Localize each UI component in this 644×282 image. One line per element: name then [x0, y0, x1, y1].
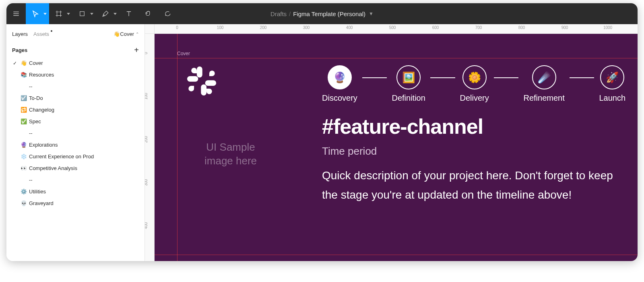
page-item[interactable]: 📚Resources	[6, 69, 144, 81]
ruler-tick: 200	[260, 25, 267, 30]
ruler-tick: 100	[145, 91, 148, 101]
page-item[interactable]: 💀Graveyard	[6, 197, 144, 209]
shape-tool[interactable]	[72, 3, 96, 24]
svg-rect-14	[205, 80, 217, 86]
page-item-label: --	[29, 177, 33, 183]
timeline-stage[interactable]: 🌼Delivery	[460, 65, 489, 103]
timeline-connector	[362, 77, 387, 78]
page-item[interactable]: ⚙️Utilities	[6, 186, 144, 197]
menu-button[interactable]	[6, 3, 26, 24]
page-item-label: Changelog	[29, 107, 54, 113]
stage-circle-icon: 🌼	[462, 65, 487, 89]
chevron-down-icon	[67, 13, 70, 15]
left-panel: Layers Assets 👋Cover ⌃ Pages + 👋Cover📚Re…	[6, 24, 145, 261]
page-item[interactable]: ☑️To-Do	[6, 92, 144, 104]
frame-label[interactable]: Cover	[177, 51, 190, 56]
page-item[interactable]: 🔁Changelog	[6, 104, 144, 116]
stage-label: Launch	[599, 93, 625, 103]
text-tool[interactable]	[119, 3, 138, 24]
svg-rect-12	[187, 76, 198, 82]
timeline-stage[interactable]: 🚀Launch	[599, 65, 625, 103]
page-item[interactable]: 👀Competitive Analysis	[6, 162, 144, 174]
tab-layers[interactable]: Layers	[12, 31, 28, 37]
slack-logo-icon	[184, 64, 219, 98]
ruler-horizontal[interactable]: 01002003004005006007008009001000	[155, 24, 638, 34]
toolbar: Drafts / Figma Template (Personal) ▼	[6, 3, 638, 24]
move-tool[interactable]	[26, 3, 49, 24]
frame-tool[interactable]	[49, 3, 72, 24]
main-area: Layers Assets 👋Cover ⌃ Pages + 👋Cover📚Re…	[6, 24, 638, 261]
chevron-down-icon	[43, 13, 47, 15]
timeline-stage[interactable]: 🖼️Definition	[392, 65, 425, 103]
page-list: 👋Cover📚Resources--☑️To-Do🔁Changelog✅Spec…	[6, 56, 144, 210]
ruler-tick: 200	[145, 135, 148, 144]
ruler-tick: 500	[389, 25, 396, 30]
timeline-connector	[570, 77, 594, 78]
stage-circle-icon: 🖼️	[396, 65, 421, 89]
ruler-tick: 400	[145, 221, 148, 230]
chevron-down-icon: ▼	[369, 11, 374, 17]
ruler-corner	[145, 24, 155, 34]
ruler-tick: 0	[176, 25, 178, 30]
page-item[interactable]: 👋Cover	[6, 57, 144, 69]
ruler-tick: 700	[475, 25, 482, 30]
page-item-label: --	[29, 83, 33, 89]
page-item[interactable]: --	[6, 174, 144, 186]
channel-title: #feature-channel	[322, 114, 483, 139]
timeline-connector	[494, 77, 519, 78]
page-item[interactable]: --	[6, 127, 144, 139]
ruler-tick: 100	[217, 25, 224, 30]
page-item-label: Cover	[29, 60, 43, 66]
page-item-label: Resources	[29, 72, 54, 78]
breadcrumb-separator: /	[289, 10, 291, 17]
svg-rect-13	[201, 85, 206, 96]
stage-circle-icon: 🚀	[600, 65, 624, 89]
ruler-vertical[interactable]: 0100200300400	[145, 34, 155, 261]
timeline-stage[interactable]: 🔮Discovery	[322, 65, 357, 103]
timeline-stage[interactable]: ☄️Refinement	[523, 65, 564, 103]
page-item-label: Utilities	[29, 189, 46, 195]
canvas-wrap: 01002003004005006007008009001000 0100200…	[145, 24, 638, 261]
pages-header: Pages +	[6, 40, 144, 56]
page-emoji-icon: 👀	[20, 165, 27, 171]
page-item-label: --	[29, 130, 33, 136]
svg-rect-11	[197, 66, 202, 78]
chevron-down-icon	[90, 13, 93, 15]
timeline-connector	[430, 77, 455, 78]
hand-tool[interactable]	[138, 3, 158, 24]
ruler-tick: 900	[561, 25, 568, 30]
page-emoji-icon: 🔮	[20, 142, 27, 148]
page-item-label: Graveyard	[29, 200, 54, 206]
page-item[interactable]: ✅Spec	[6, 116, 144, 127]
page-emoji-icon: ☑️	[20, 95, 27, 101]
page-emoji-icon: 🔁	[20, 107, 27, 113]
pen-tool[interactable]	[96, 3, 119, 24]
page-item-label: Competitive Analysis	[29, 165, 77, 171]
notification-dot-icon	[51, 30, 52, 32]
file-name: Figma Template (Personal)	[293, 10, 365, 17]
page-selector-label: 👋Cover	[114, 31, 134, 37]
add-page-button[interactable]: +	[134, 46, 139, 54]
canvas[interactable]: Cover	[155, 34, 638, 261]
page-item-label: Spec	[29, 118, 41, 124]
page-item-label: Current Experience on Prod	[29, 153, 94, 160]
page-selector[interactable]: 👋Cover ⌃	[114, 31, 139, 37]
page-emoji-icon: 📚	[20, 72, 27, 78]
svg-rect-7	[80, 12, 85, 16]
stage-label: Refinement	[523, 93, 564, 103]
page-item[interactable]: --	[6, 81, 144, 92]
comment-tool[interactable]	[158, 3, 177, 24]
file-title[interactable]: Drafts / Figma Template (Personal) ▼	[270, 10, 374, 17]
page-emoji-icon: 💀	[20, 200, 27, 206]
chevron-up-icon: ⌃	[136, 32, 139, 36]
ruler-tick: 300	[145, 178, 148, 187]
ruler-tick: 0	[145, 48, 148, 58]
cover-frame[interactable]: 🔮Discovery🖼️Definition🌼Delivery☄️Refinem…	[177, 58, 630, 261]
stage-circle-icon: ☄️	[532, 65, 556, 89]
drafts-label: Drafts	[270, 10, 287, 17]
ruler-tick: 400	[346, 25, 353, 30]
ui-sample-placeholder: UI Sample image here	[204, 141, 257, 168]
page-item[interactable]: 🔮Explorations	[6, 139, 144, 151]
tab-assets[interactable]: Assets	[33, 31, 49, 37]
page-item[interactable]: ❄️Current Experience on Prod	[6, 151, 144, 162]
